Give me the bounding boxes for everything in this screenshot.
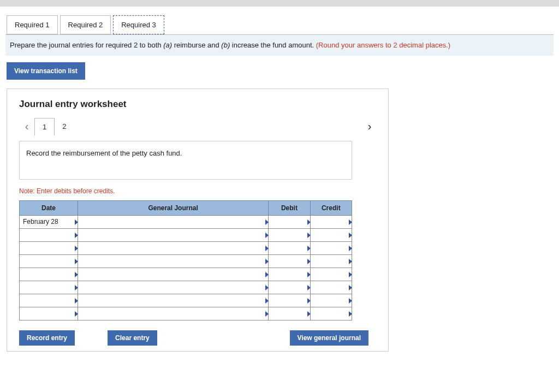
cell-date[interactable]	[20, 281, 78, 294]
cell-gj[interactable]	[78, 307, 268, 320]
instruction-note: (Round your answers to 2 decimal places.…	[316, 41, 450, 49]
cell-debit[interactable]	[269, 242, 310, 255]
cell-gj[interactable]	[78, 268, 268, 281]
table-row	[20, 281, 352, 294]
clear-entry-button[interactable]: Clear entry	[108, 330, 157, 346]
cell-credit[interactable]	[310, 294, 352, 307]
cell-credit[interactable]	[310, 307, 352, 320]
chevron-right-icon[interactable]: ›	[362, 120, 377, 133]
table-row	[20, 268, 352, 281]
cell-credit[interactable]	[310, 242, 352, 255]
table-row	[20, 242, 352, 255]
top-scrollbar[interactable]	[0, 0, 559, 7]
cell-gj[interactable]	[78, 242, 268, 255]
cell-debit[interactable]	[269, 281, 310, 294]
cell-debit[interactable]	[269, 255, 310, 268]
chevron-left-icon[interactable]: ‹	[19, 120, 34, 133]
table-row	[20, 294, 352, 307]
table-row	[20, 255, 352, 268]
table-row	[20, 307, 352, 320]
cell-credit[interactable]	[310, 216, 352, 229]
cell-credit[interactable]	[310, 268, 352, 281]
worksheet-title: Journal entry worksheet	[19, 99, 379, 110]
cell-credit[interactable]	[310, 229, 352, 242]
view-general-journal-button[interactable]: View general journal	[290, 330, 368, 346]
cell-credit[interactable]	[310, 255, 352, 268]
dropdown-marker-icon	[349, 219, 352, 225]
cell-date[interactable]	[20, 229, 78, 242]
tab-required-2[interactable]: Required 2	[60, 15, 111, 34]
dropdown-marker-icon	[349, 311, 352, 317]
cell-gj[interactable]	[78, 229, 268, 242]
record-entry-button[interactable]: Record entry	[19, 330, 75, 346]
debits-before-credits-note: Note: Enter debits before credits.	[19, 187, 379, 195]
cell-gj[interactable]	[78, 281, 268, 294]
dropdown-marker-icon	[349, 233, 352, 238]
instruction-text: Prepare the journal entries for required…	[10, 41, 163, 49]
cell-gj[interactable]	[78, 294, 268, 307]
col-header-debit: Debit	[269, 201, 310, 216]
journal-entry-table: Date General Journal Debit Credit Februa…	[19, 200, 352, 320]
instruction-b: (b)	[221, 41, 230, 49]
col-header-general-journal: General Journal	[78, 201, 268, 216]
table-row: February 28	[20, 216, 352, 229]
col-header-date: Date	[20, 201, 78, 216]
cell-debit[interactable]	[269, 294, 310, 307]
dropdown-marker-icon	[349, 298, 352, 304]
instruction-mid2: increase the fund amount.	[230, 41, 316, 49]
cell-date[interactable]	[20, 307, 78, 320]
dropdown-marker-icon	[349, 285, 352, 290]
dropdown-marker-icon	[349, 246, 352, 251]
cell-debit[interactable]	[269, 307, 310, 320]
worksheet-bottom-buttons: Record entry Clear entry View general jo…	[19, 330, 368, 346]
cell-date[interactable]: February 28	[20, 216, 78, 229]
table-row	[20, 229, 352, 242]
instruction-mid1: reimburse and	[172, 41, 221, 49]
dropdown-marker-icon	[349, 272, 352, 277]
tab-required-1[interactable]: Required 1	[7, 15, 58, 34]
cell-gj[interactable]	[78, 216, 268, 229]
cell-credit[interactable]	[310, 281, 352, 294]
view-transaction-list-button[interactable]: View transaction list	[7, 62, 85, 80]
tab-required-3[interactable]: Required 3	[113, 15, 164, 34]
cell-date[interactable]	[20, 294, 78, 307]
cell-date[interactable]	[20, 268, 78, 281]
cell-debit[interactable]	[269, 216, 310, 229]
worksheet-entry-nav: ‹ 1 2 ›	[19, 117, 379, 135]
col-header-credit: Credit	[310, 201, 352, 216]
entry-tab-1[interactable]: 1	[34, 118, 55, 136]
entry-prompt: Record the reimbursement of the petty ca…	[19, 141, 352, 180]
entry-tab-2[interactable]: 2	[55, 118, 74, 135]
cell-gj[interactable]	[78, 255, 268, 268]
instruction-bar: Prepare the journal entries for required…	[5, 34, 554, 56]
journal-entry-worksheet: Journal entry worksheet ‹ 1 2 › Record t…	[7, 88, 389, 352]
cell-debit[interactable]	[269, 229, 310, 242]
cell-date[interactable]	[20, 242, 78, 255]
dropdown-marker-icon	[349, 259, 352, 264]
cell-debit[interactable]	[269, 268, 310, 281]
required-tabs: Required 1 Required 2 Required 3	[7, 15, 554, 34]
instruction-a: (a)	[163, 41, 172, 49]
cell-date[interactable]	[20, 255, 78, 268]
